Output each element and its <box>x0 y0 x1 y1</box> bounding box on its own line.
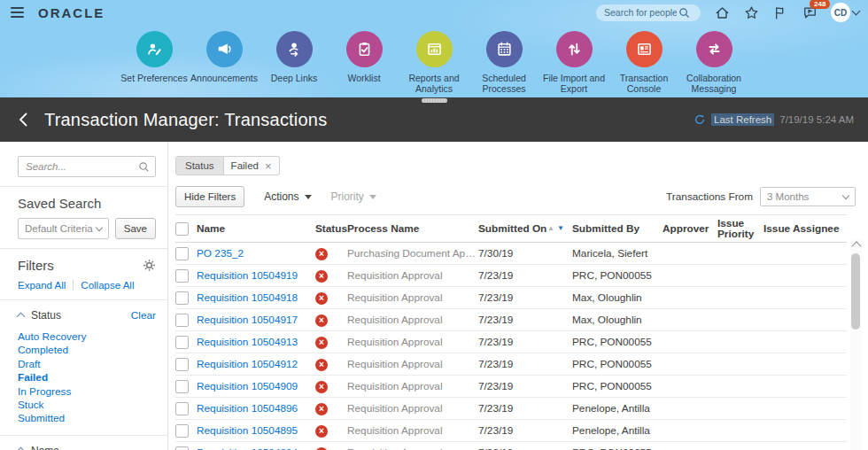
springboard-item-transaction-console[interactable]: Transaction Console <box>609 31 679 94</box>
failed-status-icon: × <box>315 381 328 393</box>
table-row[interactable]: Requisition 10504909 × Requisition Appro… <box>175 376 847 398</box>
transaction-name-link[interactable]: Requisition 10504917 <box>197 314 298 326</box>
scrollbar-thumb[interactable] <box>851 253 860 330</box>
collaboration-icon <box>706 41 723 58</box>
submitted-by: Maricela, Siefert <box>572 247 663 260</box>
sort-ascending-icon[interactable]: ▲ <box>547 223 554 234</box>
transaction-name-link[interactable]: Requisition 10504894 <box>197 446 298 450</box>
notifications-icon[interactable]: 248 <box>802 4 818 20</box>
transaction-name-link[interactable]: Requisition 10504896 <box>197 402 298 415</box>
status-filter-draft[interactable]: Draft <box>18 358 156 371</box>
submitted-by: Penelope, Antilla <box>572 424 663 437</box>
back-button[interactable] <box>14 110 34 129</box>
table-row[interactable]: PO 235_2 × Purchasing Document Approval … <box>175 243 847 265</box>
clear-status-link[interactable]: Clear <box>131 309 156 322</box>
transaction-name-link[interactable]: Requisition 10504913 <box>197 336 298 348</box>
select-all-checkbox[interactable] <box>175 222 189 236</box>
springboard-item-file-import-and-export[interactable]: File Import and Export <box>539 31 609 94</box>
oracle-logo[interactable]: ORACLE <box>38 5 105 20</box>
table-row[interactable]: Requisition 10504919 × Requisition Appro… <box>175 265 847 287</box>
status-filter-submitted[interactable]: Submitted <box>18 412 156 425</box>
springboard-item-worklist[interactable]: Worklist <box>329 31 399 94</box>
transaction-name-link[interactable]: Requisition 10504895 <box>197 424 298 437</box>
collapse-all-link[interactable]: Collapse All <box>81 280 134 291</box>
filters-sidebar: Saved Search Default Criteria Save Filte… <box>0 142 168 450</box>
transaction-name-link[interactable]: Requisition 10504912 <box>197 358 298 370</box>
watchlist-flag-icon[interactable] <box>772 4 788 20</box>
collapse-section-icon[interactable] <box>17 312 26 321</box>
status-filter-stuck[interactable]: Stuck <box>18 399 156 412</box>
springboard-item-announcements[interactable]: Announcements <box>190 31 260 94</box>
row-checkbox[interactable] <box>175 446 189 450</box>
column-header-submitted-on[interactable]: Submitted On <box>478 221 547 236</box>
column-header-issue-assignee[interactable]: Issue Assignee <box>763 221 847 236</box>
filter-settings-gear-icon[interactable] <box>143 259 156 272</box>
hide-filters-button[interactable]: Hide Filters <box>175 186 244 207</box>
column-header-submitted-by[interactable]: Submitted By <box>572 221 663 236</box>
saved-search-select[interactable]: Default Criteria <box>18 218 109 239</box>
springboard-item-collaboration-messaging[interactable]: Collaboration Messaging <box>679 31 749 94</box>
springboard-item-deep-links[interactable]: Deep Links <box>260 31 329 94</box>
row-checkbox[interactable] <box>175 336 189 349</box>
row-checkbox[interactable] <box>175 269 189 283</box>
transaction-name-link[interactable]: Requisition 10504918 <box>197 291 298 304</box>
row-checkbox[interactable] <box>175 358 189 371</box>
table-row[interactable]: Requisition 10504918 × Requisition Appro… <box>175 287 847 309</box>
priority-menu[interactable]: Priority <box>331 190 376 203</box>
row-checkbox[interactable] <box>175 247 189 260</box>
navigator-menu-icon[interactable] <box>9 4 26 21</box>
save-button[interactable]: Save <box>115 218 156 239</box>
submitted-by: Penelope, Antilla <box>572 402 663 415</box>
home-icon[interactable] <box>714 4 730 20</box>
process-name: Requisition Approval <box>347 424 478 437</box>
springboard-item-scheduled-processes[interactable]: Scheduled Processes <box>469 31 539 94</box>
row-checkbox[interactable] <box>175 424 189 438</box>
column-header-issue-priority[interactable]: Issue Priority <box>717 216 763 241</box>
table-row[interactable]: Requisition 10504896 × Requisition Appro… <box>175 398 847 420</box>
scroll-up-icon[interactable] <box>851 241 861 251</box>
table-row[interactable]: Requisition 10504894 × Requisition Appro… <box>175 442 847 450</box>
table-row[interactable]: Requisition 10504917 × Requisition Appro… <box>175 309 847 331</box>
favorites-star-icon[interactable] <box>743 4 759 20</box>
process-name: Requisition Approval <box>347 336 478 348</box>
sidebar-search-input[interactable] <box>24 160 138 173</box>
actions-menu[interactable]: Actions <box>264 190 311 203</box>
transaction-name-link[interactable]: PO 235_2 <box>197 247 244 260</box>
submitted-on: 7/23/19 <box>478 358 547 370</box>
table-scrollbar[interactable] <box>850 239 862 450</box>
transactions-from-select[interactable]: 3 Months <box>760 187 856 206</box>
status-failed-filter-chip: Status Failed × <box>175 156 280 175</box>
row-checkbox[interactable] <box>175 402 189 415</box>
transactions-table: Name Status Process Name Submitted On ▲ … <box>175 214 847 450</box>
remove-chip-icon[interactable]: × <box>265 160 272 172</box>
row-checkbox[interactable] <box>175 291 189 305</box>
springboard-item-set-preferences[interactable]: Set Preferences <box>120 31 190 94</box>
column-header-process-name[interactable]: Process Name <box>347 221 478 236</box>
status-filter-failed[interactable]: Failed <box>18 371 156 384</box>
table-row[interactable]: Requisition 10504913 × Requisition Appro… <box>175 331 847 353</box>
column-header-status[interactable]: Status <box>315 221 347 236</box>
sidebar-search[interactable] <box>18 156 156 177</box>
global-search-input[interactable] <box>602 6 678 19</box>
table-row[interactable]: Requisition 10504912 × Requisition Appro… <box>175 353 847 376</box>
refresh-icon[interactable] <box>694 113 706 126</box>
row-checkbox[interactable] <box>175 314 189 327</box>
springboard-page-indicator[interactable] <box>422 98 447 103</box>
transaction-name-link[interactable]: Requisition 10504919 <box>197 269 298 282</box>
column-header-approver[interactable]: Approver <box>663 221 717 236</box>
sort-descending-icon[interactable]: ▼ <box>557 223 564 234</box>
transaction-console-icon <box>636 41 653 58</box>
row-checkbox[interactable] <box>175 380 189 393</box>
status-filter-auto-recovery[interactable]: Auto Recovery <box>18 330 156 344</box>
global-search[interactable] <box>596 4 701 21</box>
expand-all-link[interactable]: Expand All <box>18 280 66 291</box>
transaction-name-link[interactable]: Requisition 10504909 <box>197 380 298 392</box>
status-filter-completed[interactable]: Completed <box>18 344 156 357</box>
table-row[interactable]: Requisition 10504895 × Requisition Appro… <box>175 420 847 442</box>
user-menu[interactable]: CD <box>831 3 859 22</box>
user-avatar[interactable]: CD <box>831 3 850 22</box>
status-filter-in-progress[interactable]: In Progress <box>18 385 156 399</box>
submitted-by: PRC, PON00055 <box>572 380 663 392</box>
springboard-item-reports-and-analytics[interactable]: Reports and Analytics <box>399 31 469 94</box>
column-header-name[interactable]: Name <box>197 221 315 236</box>
